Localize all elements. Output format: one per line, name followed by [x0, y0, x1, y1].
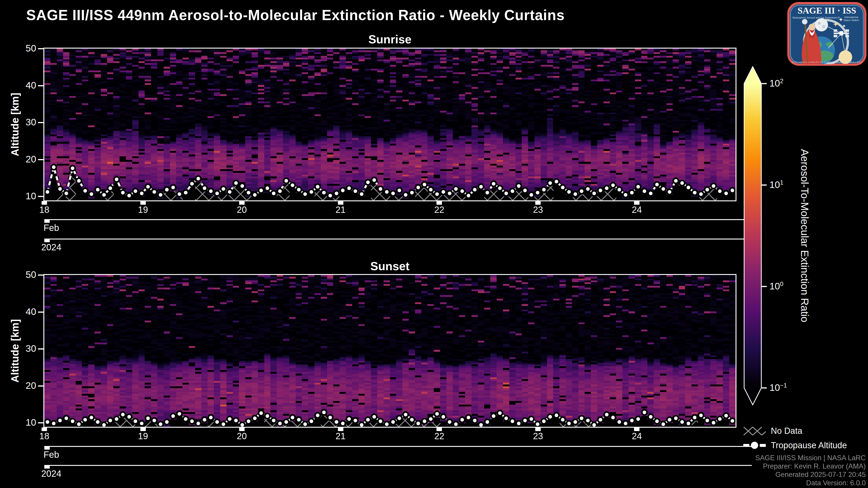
y-tick-mark: [38, 274, 43, 275]
y-tick-mark: [38, 196, 43, 197]
weekly-curtains-figure: SAGE III/ISS 449nm Aerosol-to-Molecular …: [0, 0, 868, 488]
x-tick-label: 20: [224, 431, 260, 441]
colorbar-ticks: [762, 83, 767, 389]
legend-no-data-label: No Data: [771, 426, 802, 436]
x-tick-mark: [535, 201, 541, 205]
panel-title-sunrise: Sunrise: [44, 33, 736, 46]
y-tick-mark: [38, 422, 43, 423]
x-tick-mark: [634, 201, 640, 205]
x-tick-mark: [436, 427, 442, 431]
moon-icon: [815, 18, 828, 31]
month-axis-line-sunset: [44, 446, 752, 447]
credit-data-version: Data Version: 6.0.0: [640, 479, 866, 487]
x-tick-mark: [141, 427, 146, 431]
x-tick-mark: [239, 201, 245, 205]
x-tick-mark: [338, 201, 343, 205]
x-tick-mark: [41, 427, 47, 431]
x-tick-label: 22: [421, 431, 457, 441]
year-label-sunrise: 2024: [29, 242, 74, 252]
x-tick-label: 23: [520, 205, 556, 215]
patch-subtitle-right-1: International: [844, 16, 858, 19]
x-tick-mark: [41, 201, 47, 205]
y-tick-label: 40: [4, 80, 36, 91]
y-tick-mark: [38, 348, 43, 350]
year-label-sunset: 2024: [29, 468, 74, 479]
x-tick-label: 19: [125, 431, 161, 441]
credit-generated: Generated 2025-07-17 20:45: [640, 470, 866, 479]
colorbar-tick-label: 10−1: [770, 382, 787, 393]
month-label-sunset: Feb: [29, 450, 74, 460]
y-tick-mark: [38, 122, 43, 123]
patch-subtitle-right-2: Space Station: [844, 19, 859, 22]
patch-subtitle-left: Stratospheric Aerosol and Gas Experiment…: [792, 16, 840, 19]
month-axis-tick-sunrise: [44, 220, 50, 223]
x-tick-mark: [436, 201, 442, 205]
colorbar-tick-label: 102: [770, 78, 783, 89]
y-tick-mark: [38, 159, 43, 160]
x-tick-label: 24: [619, 205, 655, 215]
colorbar-axis-label: Aerosol-To-Molecular Extinction Ratio: [800, 149, 810, 322]
colorbar-tick-label: 100: [770, 281, 783, 292]
patch-title: SAGE III · ISS: [798, 5, 856, 15]
colorbar-tick-label: 101: [770, 179, 783, 190]
x-tick-label: 23: [520, 431, 556, 441]
heatmap-canvas-sunrise: [44, 48, 736, 200]
x-tick-mark: [239, 427, 245, 431]
mission-patch-logo: SAGE III · ISS Stratospheric Aerosol and…: [787, 2, 867, 66]
x-tick-mark: [535, 427, 541, 431]
year-axis-tick-sunrise: [44, 239, 50, 242]
y-tick-mark: [38, 385, 43, 387]
tropopause-marker-icon: [743, 440, 767, 451]
heatmap-canvas-sunset: [44, 275, 736, 427]
year-axis-tick-sunset: [44, 466, 50, 468]
x-tick-label: 24: [619, 431, 655, 441]
credit-preparer: Preparer: Kevin R. Leavor (AMA): [640, 462, 866, 470]
x-tick-mark: [141, 201, 146, 205]
y-tick-label: 50: [4, 43, 36, 54]
y-tick-label: 30: [4, 117, 36, 128]
x-tick-mark: [634, 427, 640, 431]
y-tick-mark: [38, 48, 43, 49]
y-tick-label: 40: [4, 306, 36, 317]
colorbar: [741, 61, 775, 409]
month-axis-line-sunrise: [44, 219, 752, 220]
y-tick-label: 20: [4, 154, 36, 165]
y-tick-label: 30: [4, 343, 36, 354]
colorbar-gradient-bar: [744, 67, 761, 405]
x-tick-label: 18: [26, 205, 62, 215]
month-axis-tick-sunset: [44, 447, 50, 450]
y-tick-mark: [38, 312, 43, 313]
year-axis-line-sunrise: [44, 238, 752, 239]
x-tick-label: 20: [224, 205, 260, 215]
no-data-hatch-icon: [743, 426, 767, 436]
credits-block: SAGE III/ISS Mission | NASA LaRC Prepare…: [640, 454, 866, 487]
y-tick-mark: [38, 85, 43, 86]
patch-ring-text: BALL • NASA LANGLEY RESEARCH CENTER • NA…: [792, 61, 862, 63]
x-tick-mark: [338, 427, 343, 431]
x-tick-label: 18: [26, 431, 62, 441]
y-tick-label: 10: [4, 191, 36, 201]
x-tick-label: 22: [421, 205, 457, 215]
y-tick-label: 20: [4, 380, 36, 391]
legend-tropopause-label: Tropopause Altitude: [771, 441, 847, 450]
x-tick-label: 19: [125, 205, 161, 215]
month-label-sunrise: Feb: [29, 223, 74, 233]
credit-mission: SAGE III/ISS Mission | NASA LaRC: [640, 454, 866, 462]
x-tick-label: 21: [322, 431, 359, 441]
x-tick-label: 21: [322, 205, 359, 215]
y-tick-label: 10: [4, 417, 36, 428]
y-tick-label: 50: [4, 269, 36, 280]
panel-title-sunset: Sunset: [44, 259, 736, 273]
page-title: SAGE III/ISS 449nm Aerosol-to-Molecular …: [26, 7, 565, 24]
